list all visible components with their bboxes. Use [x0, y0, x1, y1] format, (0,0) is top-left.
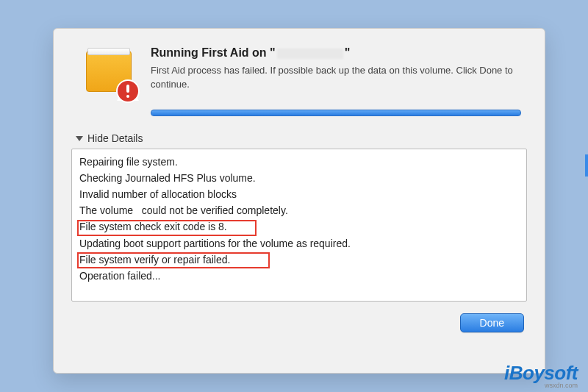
- dialog-button-row: Done: [71, 313, 527, 332]
- log-line: Updating boot support partitions for the…: [79, 235, 519, 252]
- svg-rect-2: [126, 85, 129, 93]
- first-aid-dialog: Running First Aid on "" First Aid proces…: [53, 28, 545, 374]
- progress-bar: [151, 110, 521, 116]
- log-line: Operation failed...: [79, 268, 519, 284]
- title-prefix: Running First Aid on ": [151, 46, 276, 59]
- details-toggle-label: Hide Details: [87, 132, 143, 144]
- log-line: Repairing file system.: [79, 154, 519, 170]
- log-output[interactable]: Repairing file system. Checking Journale…: [71, 149, 527, 302]
- log-line: The volume could not be verified complet…: [79, 202, 519, 218]
- disclosure-triangle-icon: [76, 136, 83, 141]
- svg-rect-3: [126, 95, 129, 98]
- disk-icon: [85, 48, 136, 99]
- hide-details-toggle[interactable]: Hide Details: [76, 132, 527, 144]
- title-suffix: ": [345, 46, 351, 59]
- log-line: File system check exit code is 8.: [79, 218, 519, 235]
- dialog-header-text: Running First Aid on "" First Aid proces…: [151, 45, 527, 92]
- log-line: Checking Journaled HFS Plus volume.: [79, 170, 519, 186]
- dialog-subtitle: First Aid process has failed. If possibl…: [151, 64, 527, 92]
- dialog-title: Running First Aid on "": [151, 46, 527, 60]
- watermark: iBoysoft wsxdn.com: [504, 362, 578, 389]
- alert-icon: [115, 79, 140, 104]
- redacted-volume-name: [277, 49, 343, 59]
- edge-accent: [585, 154, 588, 177]
- log-line: File system verify or repair failed.: [79, 252, 519, 268]
- done-button[interactable]: Done: [460, 313, 524, 332]
- dialog-header: Running First Aid on "" First Aid proces…: [71, 45, 527, 99]
- watermark-brand: iBoysoft: [504, 362, 578, 384]
- log-line: Invalid number of allocation blocks: [79, 186, 519, 202]
